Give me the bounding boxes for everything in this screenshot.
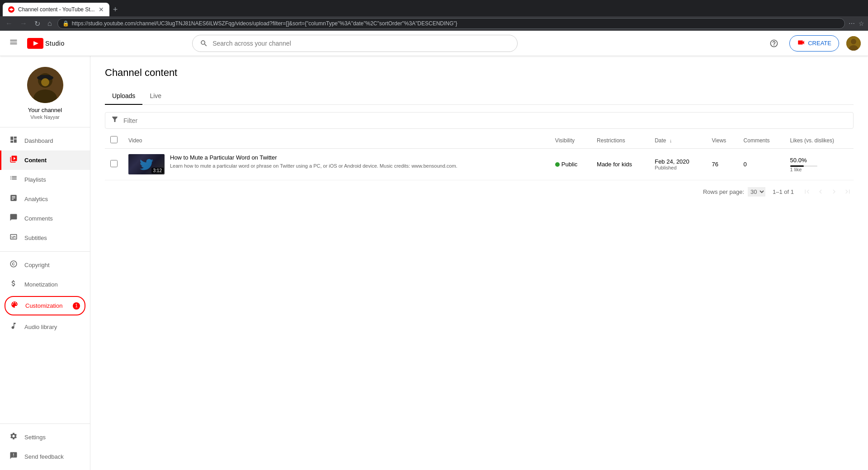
sidebar: Your channel Vivek Nayyar Dashboard xyxy=(0,56,90,470)
sidebar-item-analytics[interactable]: Analytics xyxy=(0,189,90,209)
row-checkbox-cell xyxy=(105,149,123,180)
dashboard-icon xyxy=(9,136,18,146)
sidebar-item-subtitles[interactable]: Subtitles xyxy=(0,228,90,248)
sidebar-item-label-analytics: Analytics xyxy=(24,196,48,202)
sidebar-item-customization[interactable]: Customization 1 xyxy=(5,296,85,315)
sidebar-bottom-divider xyxy=(0,423,90,424)
sidebar-item-audio-library[interactable]: Audio library xyxy=(0,317,90,337)
table-row: 3:12 How to Mute a Particular Word on Tw… xyxy=(105,149,854,180)
comments-value: 0 xyxy=(744,161,747,168)
sidebar-item-label-comments: Comments xyxy=(24,215,53,222)
row-likes-cell: 50.0% 1 like xyxy=(785,149,854,180)
sidebar-item-settings[interactable]: Settings xyxy=(0,428,90,447)
video-title[interactable]: How to Mute a Particular Word on Twitter xyxy=(170,154,544,161)
channel-name: Your channel xyxy=(28,107,62,113)
video-cell: 3:12 How to Mute a Particular Word on Tw… xyxy=(128,154,544,174)
sidebar-divider xyxy=(0,251,90,252)
row-date-cell: Feb 24, 2020 Published xyxy=(649,149,706,180)
header-right-actions: CREATE xyxy=(766,35,861,52)
tabs-bar: Uploads Live xyxy=(105,88,854,105)
views-value: 76 xyxy=(712,161,718,168)
channel-avatar xyxy=(27,67,63,103)
studio-wordmark: Studio xyxy=(45,40,65,47)
tab-uploads[interactable]: Uploads xyxy=(105,88,142,105)
search-icon xyxy=(200,39,208,47)
sidebar-item-send-feedback[interactable]: Send feedback xyxy=(0,447,90,466)
search-bar xyxy=(192,35,518,52)
tab-favicon xyxy=(8,6,14,13)
analytics-icon xyxy=(9,194,18,204)
col-header-visibility: Visibility xyxy=(550,132,591,149)
bookmarks-button[interactable]: ☆ xyxy=(859,20,864,27)
address-bar[interactable]: 🔒 https://studio.youtube.com/channel/UC3… xyxy=(57,18,845,29)
sidebar-item-label-dashboard: Dashboard xyxy=(24,137,53,144)
prev-page-button[interactable] xyxy=(815,186,826,197)
browser-tabs-bar: Channel content - YouTube St... ✕ + xyxy=(0,0,868,16)
col-header-video: Video xyxy=(123,132,550,149)
help-button[interactable] xyxy=(766,35,782,52)
sidebar-item-comments[interactable]: Comments xyxy=(0,209,90,228)
hamburger-menu-button[interactable] xyxy=(7,36,20,51)
sidebar-item-monetization[interactable]: Monetization xyxy=(0,275,90,294)
browser-toolbar: ← → ↻ ⌂ 🔒 https://studio.youtube.com/cha… xyxy=(0,16,868,31)
app-container: Studio CREATE xyxy=(0,31,868,470)
create-label: CREATE xyxy=(808,40,831,47)
video-thumbnail[interactable]: 3:12 xyxy=(128,154,165,174)
col-header-likes: Likes (vs. dislikes) xyxy=(785,132,854,149)
content-icon xyxy=(9,155,18,165)
camera-icon xyxy=(797,38,805,48)
user-avatar[interactable] xyxy=(846,36,861,51)
customization-badge: 1 xyxy=(73,302,80,310)
channel-avatar-image xyxy=(27,67,63,103)
svg-point-3 xyxy=(851,39,856,44)
sidebar-item-dashboard[interactable]: Dashboard xyxy=(0,131,90,150)
rows-per-page-label: Rows per page: xyxy=(703,188,744,195)
forward-button[interactable]: → xyxy=(18,19,29,28)
row-checkbox[interactable] xyxy=(110,160,118,167)
sidebar-item-label-customization: Customization xyxy=(25,302,62,309)
tab-live[interactable]: Live xyxy=(142,88,169,105)
search-input[interactable] xyxy=(212,40,510,47)
filter-bar[interactable] xyxy=(105,112,854,129)
reload-button[interactable]: ↻ xyxy=(33,19,42,29)
row-restrictions-cell: Made for kids xyxy=(591,149,649,180)
likes-pct: 50.0% xyxy=(790,157,848,164)
next-page-button[interactable] xyxy=(828,186,840,197)
search-input-wrap[interactable] xyxy=(192,35,518,52)
sidebar-item-content[interactable]: Content xyxy=(0,150,90,170)
first-page-button[interactable] xyxy=(801,186,813,197)
date-value: Feb 24, 2020 xyxy=(655,158,701,165)
home-button[interactable]: ⌂ xyxy=(46,19,54,28)
visibility-dot xyxy=(555,162,560,167)
new-tab-button[interactable]: + xyxy=(111,3,120,16)
restrictions-label: Made for kids xyxy=(597,161,632,168)
tab-close-button[interactable]: ✕ xyxy=(99,6,104,13)
sidebar-item-copyright[interactable]: Copyright xyxy=(0,255,90,275)
sidebar-bottom: Settings Send feedback xyxy=(0,416,90,470)
playlists-icon xyxy=(9,174,18,185)
pagination-bar: Rows per page: 10 20 30 50 1–1 of 1 xyxy=(105,180,854,203)
sidebar-nav: Dashboard Content xyxy=(0,127,90,416)
col-header-date[interactable]: Date ↓ xyxy=(649,132,706,149)
sidebar-item-label-playlists: Playlists xyxy=(24,176,46,183)
extensions-button[interactable]: ⋯ xyxy=(849,20,855,27)
app-header: Studio CREATE xyxy=(0,31,868,56)
video-description: Learn how to mute a particular word or p… xyxy=(170,163,544,169)
back-button[interactable]: ← xyxy=(4,19,14,28)
logo-area[interactable]: Studio xyxy=(27,38,65,49)
filter-input[interactable] xyxy=(123,117,848,124)
sidebar-item-playlists[interactable]: Playlists xyxy=(0,170,90,189)
send-feedback-icon xyxy=(9,451,18,462)
select-all-checkbox[interactable] xyxy=(110,136,118,143)
likes-count: 1 like xyxy=(790,167,848,172)
create-button[interactable]: CREATE xyxy=(789,35,839,52)
sidebar-item-label-content: Content xyxy=(24,157,47,164)
sort-arrow-icon: ↓ xyxy=(670,138,672,143)
svg-rect-9 xyxy=(40,75,51,79)
active-browser-tab[interactable]: Channel content - YouTube St... ✕ xyxy=(3,3,109,16)
row-views-cell: 76 xyxy=(707,149,738,180)
col-header-views: Views xyxy=(707,132,738,149)
rows-per-page-select[interactable]: 10 20 30 50 xyxy=(748,187,765,197)
copyright-icon xyxy=(9,260,18,270)
last-page-button[interactable] xyxy=(842,186,854,197)
